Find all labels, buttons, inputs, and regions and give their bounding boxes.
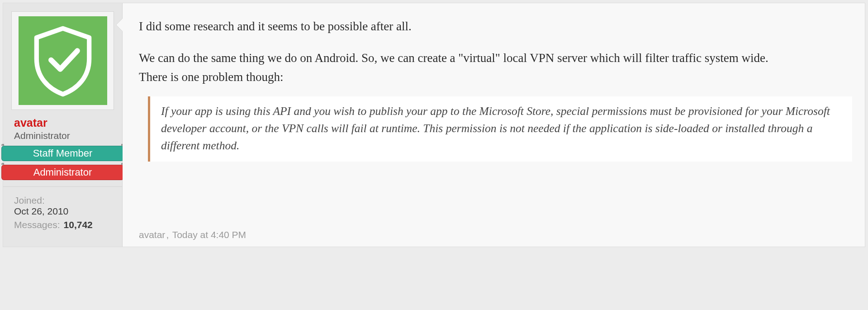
post-body: I did some research and it seems to be p… — [139, 17, 852, 219]
post-paragraph: There is one problem though: — [139, 67, 852, 86]
post-timestamp-link[interactable]: Today at 4:40 PM — [172, 229, 246, 240]
avatar[interactable] — [11, 11, 114, 110]
user-title: Administrator — [3, 130, 122, 141]
joined-label: Joined: — [14, 195, 111, 206]
joined-value: Oct 26, 2010 — [14, 206, 111, 217]
quote-block: If your app is using this API and you wi… — [148, 96, 852, 161]
post-content-column: I did some research and it seems to be p… — [123, 3, 865, 247]
messages-value[interactable]: 10,742 — [64, 219, 93, 230]
badge-administrator: Administrator — [1, 165, 124, 180]
post-paragraph: I did some research and it seems to be p… — [139, 17, 852, 36]
user-stats: Joined: Oct 26, 2010 Messages:10,742 — [3, 186, 122, 230]
user-info-column: avatar Administrator Staff Member Admini… — [3, 3, 123, 247]
username-link[interactable]: avatar — [3, 116, 122, 129]
post-author-link[interactable]: avatar — [139, 229, 165, 240]
post-paragraph: We can do the same thing we do on Androi… — [139, 48, 852, 67]
speech-arrow-icon — [116, 19, 123, 31]
messages-label: Messages: — [14, 219, 60, 230]
shield-check-icon — [19, 16, 107, 105]
post-footer: avatar, Today at 4:40 PM — [139, 229, 852, 240]
forum-post: avatar Administrator Staff Member Admini… — [3, 3, 865, 247]
badge-staff-member: Staff Member — [1, 146, 124, 161]
